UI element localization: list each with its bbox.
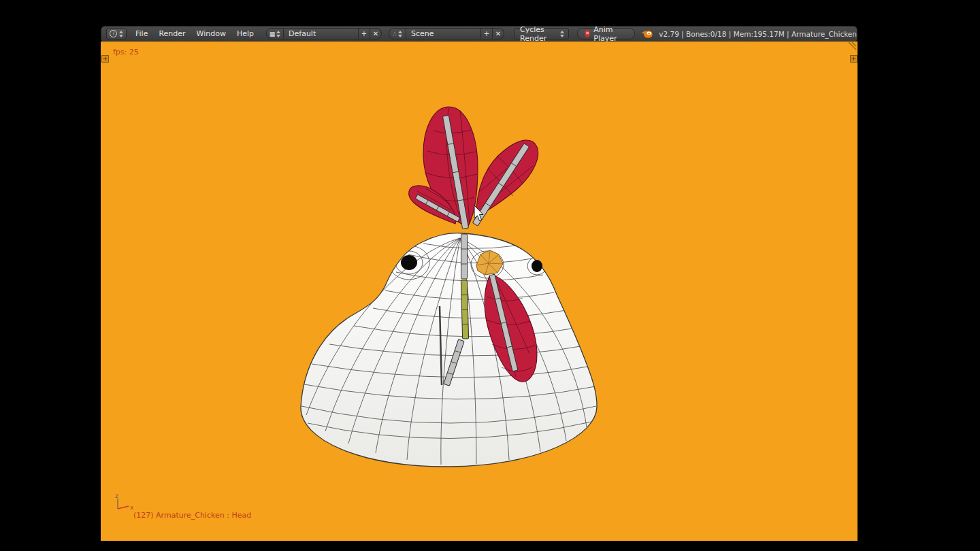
info-header-bar: i File Render Window Help ▦ Default + ✕ …: [101, 26, 858, 41]
scene-close-button[interactable]: ✕: [493, 28, 504, 39]
menu-help[interactable]: Help: [231, 29, 259, 38]
layout-grid-icon: ▦: [270, 31, 276, 37]
open-toolshelf-widget[interactable]: [102, 56, 109, 63]
cancel-circle-icon: ✕: [585, 30, 590, 37]
menu-render[interactable]: Render: [153, 29, 191, 38]
anim-player-label: Anim Player: [593, 25, 627, 43]
mini-axis-gizmo: z x: [115, 492, 134, 511]
object-info-text: (127) Armature_Chicken : Head: [133, 511, 251, 520]
scene-dots-icon: ∴: [393, 31, 397, 37]
area-corner-handle[interactable]: [849, 42, 856, 50]
layout-name-field[interactable]: Default: [284, 28, 359, 39]
layout-browse-button[interactable]: ▦: [266, 28, 284, 39]
menu-window[interactable]: Window: [191, 29, 231, 38]
menu-bar: File Render Window Help: [130, 29, 259, 38]
scene-add-button[interactable]: +: [481, 28, 493, 39]
anim-player-button[interactable]: ✕ Anim Player: [577, 28, 635, 39]
menu-file[interactable]: File: [130, 29, 153, 38]
axis-z-label: z: [115, 492, 118, 499]
bone-neck[interactable]: [461, 234, 468, 279]
bone-head-selected[interactable]: [461, 280, 468, 339]
chevron-updown-icon: [119, 31, 123, 37]
blender-logo-icon: [641, 29, 653, 39]
left-eye: [401, 255, 417, 270]
editor-type-selector[interactable]: i: [106, 28, 127, 39]
chevron-updown-icon: [276, 31, 280, 37]
viewport-3d[interactable]: z x fps: 25 (127) Armature_Chicken : Hea…: [101, 41, 858, 541]
chevron-updown-icon: [398, 31, 402, 37]
chicken-body-mesh[interactable]: [301, 233, 597, 467]
screen-layout-selector: ▦ Default + ✕: [266, 28, 382, 39]
axis-x-label: x: [130, 504, 134, 511]
status-text: v2.79 | Bones:0/18 | Mem:195.17M | Armat…: [659, 30, 857, 38]
render-engine-select[interactable]: Cycles Render: [514, 28, 569, 39]
fps-indicator: fps: 25: [113, 48, 139, 56]
comb-mesh[interactable]: [409, 107, 538, 227]
scene-selector: ∴ Scene + ✕: [389, 28, 504, 39]
chevron-updown-icon: [560, 31, 564, 37]
scene-canvas: z x: [101, 41, 858, 541]
layout-add-button[interactable]: +: [359, 28, 370, 39]
open-properties-widget[interactable]: [851, 56, 858, 63]
info-editor-icon: i: [110, 30, 117, 37]
scene-name-field[interactable]: Scene: [406, 28, 481, 39]
render-engine-value: Cycles Render: [520, 25, 560, 43]
layout-close-button[interactable]: ✕: [370, 28, 382, 39]
blender-window: i File Render Window Help ▦ Default + ✕ …: [101, 26, 858, 541]
scene-browse-button[interactable]: ∴: [389, 28, 406, 39]
right-eye: [532, 260, 542, 272]
